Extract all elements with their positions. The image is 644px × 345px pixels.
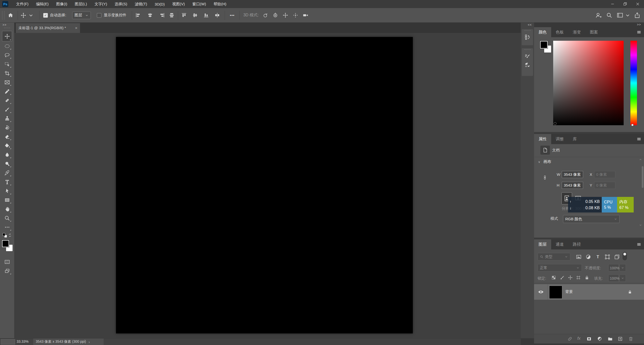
toolbar-expand-button[interactable]: >> (0, 23, 7, 27)
layer-visibility-cell[interactable] (534, 284, 548, 300)
color-field-marker[interactable] (554, 122, 556, 125)
tool-eyedropper-tool[interactable] (2, 87, 12, 96)
document-canvas[interactable] (116, 37, 413, 333)
height-field[interactable]: 3543 像素 (562, 182, 583, 189)
3d-tool-orbit[interactable] (262, 12, 268, 18)
layer-row-background[interactable]: 背景 (534, 284, 644, 300)
new-layer-icon[interactable] (618, 336, 623, 341)
tab-color[interactable]: 颜色 (534, 27, 551, 37)
tool-blur-tool[interactable] (2, 150, 12, 159)
canvas-workspace[interactable] (14, 33, 521, 338)
fill-field[interactable]: 100% (608, 274, 619, 282)
saturation-brightness-field[interactable] (553, 41, 624, 125)
tool-zoom-tool[interactable] (2, 213, 12, 223)
brushes-icon[interactable] (524, 62, 531, 68)
delete-layer-icon[interactable] (628, 336, 633, 341)
tool-crop-tool[interactable] (2, 69, 12, 78)
status-zoom-value[interactable]: 33.33% (17, 339, 28, 343)
tab-properties[interactable]: 属性 (534, 134, 551, 144)
tab-paths[interactable]: 路径 (568, 239, 585, 249)
tab-adjustments[interactable]: 调整 (551, 134, 568, 144)
tab-gradients[interactable]: 渐变 (568, 27, 585, 37)
foreground-color-swatch[interactable] (2, 240, 9, 247)
lock-all-icon[interactable] (584, 275, 589, 280)
strip-expand-button[interactable]: << (528, 23, 532, 27)
toolbar-grip[interactable] (4, 28, 10, 29)
menu-item-edit[interactable]: 编辑(E) (32, 0, 52, 8)
new-adjustment-layer-icon[interactable] (597, 336, 602, 341)
tool-preset-move[interactable] (20, 12, 34, 18)
history-panel-button[interactable] (522, 29, 533, 45)
3d-tool-slide[interactable] (293, 12, 298, 18)
align-button-align-center-h[interactable] (147, 12, 153, 18)
search-button[interactable] (606, 12, 612, 18)
tool-healing-brush-tool[interactable] (2, 96, 12, 105)
filter-button-filter-shape[interactable] (605, 254, 610, 260)
document-tab[interactable]: 未标题-1 @ 33.3%(RGB/8) * × (16, 23, 80, 33)
swap-colors-control[interactable] (2, 232, 13, 240)
filter-button-filter-adjustment[interactable] (585, 254, 591, 260)
tool-marquee-tool[interactable] (2, 41, 12, 51)
scroll-up-icon[interactable] (639, 158, 642, 161)
tool-rectangle-tool[interactable] (2, 195, 12, 204)
panel-menu-icon[interactable] (636, 137, 641, 142)
close-button[interactable] (631, 0, 644, 8)
document-type-button[interactable] (540, 146, 550, 155)
tool-edit-toolbar[interactable] (2, 223, 12, 232)
filter-button-filter-smart-object[interactable] (614, 254, 620, 260)
quick-mask-button[interactable] (2, 257, 12, 266)
color-mode-dropdown[interactable]: RGB 颜色 (563, 215, 620, 223)
dock-collapse-button[interactable]: >> (637, 23, 641, 26)
align-button-align-middle-v[interactable] (192, 12, 198, 18)
tool-frame-tool[interactable] (2, 78, 12, 87)
scrollbar-thumb[interactable] (642, 166, 643, 188)
hue-slider[interactable] (630, 41, 637, 125)
menu-item-file[interactable]: 文件(F) (12, 0, 32, 8)
status-zoom-field[interactable] (1, 339, 15, 344)
align-button-align-right[interactable] (159, 12, 165, 18)
foreground-color-swatch[interactable] (540, 41, 548, 49)
filter-button-filter-type[interactable]: T (595, 254, 601, 260)
show-transform-checkbox[interactable] (97, 13, 101, 18)
distribute-button-distribute-h[interactable] (169, 12, 175, 18)
lock-artboard-icon[interactable] (576, 275, 581, 280)
tab-channels[interactable]: 通道 (551, 239, 568, 249)
menu-item-image[interactable]: 图像(I) (52, 0, 71, 8)
menu-item-type[interactable]: 文字(Y) (91, 0, 111, 8)
tool-pen-tool[interactable] (2, 168, 12, 177)
screen-mode-button[interactable] (2, 266, 12, 275)
blend-mode-dropdown[interactable]: 正常 (538, 264, 582, 272)
brush-settings-icon[interactable] (524, 53, 531, 59)
canvas-section-header[interactable]: ∨ 画布 (538, 159, 551, 164)
tab-layers[interactable]: 图层 (534, 239, 551, 249)
x-field[interactable]: 0 像素 (594, 171, 615, 178)
workspace-button[interactable] (617, 12, 631, 19)
width-field[interactable]: 3543 像素 (562, 171, 583, 178)
link-dimensions-icon[interactable] (543, 174, 547, 181)
tool-hand-tool[interactable] (2, 204, 12, 213)
opacity-dropdown-button[interactable] (619, 264, 626, 272)
link-layers-icon[interactable] (567, 336, 573, 341)
lock-position-icon[interactable] (568, 275, 573, 280)
3d-tool-pan[interactable] (283, 12, 288, 18)
filter-button-filter-image[interactable] (576, 254, 582, 260)
tool-paint-bucket-tool[interactable] (2, 141, 12, 150)
options-bar-grip[interactable] (2, 11, 5, 20)
menu-item-filter[interactable]: 滤镜(T) (131, 0, 151, 8)
add-mask-icon[interactable] (586, 336, 592, 341)
more-options-button[interactable]: ••• (228, 13, 236, 17)
brush-panels-button[interactable] (522, 48, 533, 76)
tab-close-button[interactable]: × (75, 26, 77, 31)
tool-history-brush-tool[interactable] (2, 123, 12, 132)
color-swatches-control[interactable] (0, 240, 14, 257)
menu-item-layer[interactable]: 图层(L) (71, 0, 91, 8)
menu-item-window[interactable]: 窗口(W) (189, 0, 210, 8)
tool-path-selection-tool[interactable] (2, 186, 12, 195)
align-button-align-left[interactable] (135, 12, 141, 18)
layer-filter-toggle[interactable] (623, 252, 627, 260)
tool-object-selection-tool[interactable] (2, 60, 12, 69)
tab-patterns[interactable]: 图案 (585, 27, 602, 37)
invite-button[interactable] (595, 12, 602, 19)
menu-item-select[interactable]: 选择(S) (111, 0, 131, 8)
panel-menu-icon[interactable] (636, 30, 641, 35)
